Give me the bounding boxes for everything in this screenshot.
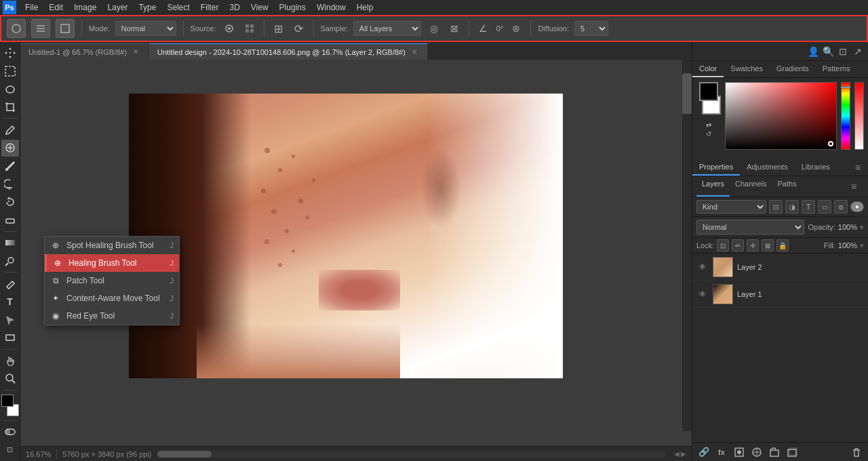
eyedropper-tool[interactable] [1,121,19,138]
source-pattern-btn[interactable] [242,21,257,36]
tab-gradients[interactable]: Gradients [770,61,816,77]
panel-user-icon[interactable]: 👤 [806,44,821,59]
menu-select[interactable]: Select [162,1,194,14]
dodge-tool[interactable] [1,253,19,270]
align-btn[interactable]: ⟳ [292,21,307,36]
menu-3d[interactable]: 3D [224,1,244,14]
menu-type[interactable]: Type [134,1,161,14]
color-gradient-picker[interactable] [725,82,837,150]
tab-active[interactable]: Untitled design - 2024-10-28T100148.606.… [149,43,428,60]
layer-item-2[interactable]: 👁 Layer 2 [692,254,868,281]
menu-file[interactable]: File [20,1,43,14]
tab-color[interactable]: Color [692,61,724,77]
scroll-thumb-h[interactable] [157,451,212,458]
canvas-scroll-thumb-v[interactable] [682,73,692,114]
layers-tab-paths[interactable]: Paths [772,176,802,197]
canvas-scrollbar-vertical[interactable] [682,60,692,431]
eraser-tool[interactable] [1,212,19,228]
tab-libraries[interactable]: Libraries [795,159,837,176]
text-tool[interactable]: T [1,294,19,310]
healing-tool[interactable] [1,140,19,157]
hue-slider[interactable] [841,82,850,150]
context-menu-item-red-eye[interactable]: ◉ Red Eye Tool J [45,307,179,325]
layers-tab-layers[interactable]: Layers [696,176,730,197]
nav-arrows[interactable]: ◀▶ [674,450,686,458]
brush-tool[interactable] [1,158,19,175]
lasso-tool[interactable] [1,81,19,98]
context-menu-item-healing-brush[interactable]: ⊕ Healing Brush Tool J [45,254,179,272]
tab-untitled-1[interactable]: Untitled-1 @ 66.7% (RGB/8#) ✕ [20,43,149,60]
add-mask-btn[interactable] [732,445,747,460]
brush-preset-picker[interactable] [7,19,26,38]
add-group-btn[interactable] [767,445,782,460]
menu-plugins[interactable]: Plugins [275,1,311,14]
foreground-color-swatch[interactable] [1,395,14,407]
filter-pixel-btn[interactable]: ⊡ [769,200,783,214]
fill-value[interactable]: 100% [838,241,857,249]
source-sampled-btn[interactable] [222,21,237,36]
tab-close-2[interactable]: ✕ [410,47,419,57]
fx-btn[interactable]: fx [714,445,729,460]
blend-mode-select[interactable]: Normal [696,220,804,235]
menu-image[interactable]: Image [69,1,101,14]
move-tool[interactable] [1,45,19,62]
path-selection-tool[interactable] [1,311,19,328]
brush-settings-btn[interactable] [31,19,50,38]
zoom-tool[interactable] [1,370,19,387]
menu-window[interactable]: Window [312,1,351,14]
lock-pixels-btn[interactable]: ✏ [732,239,744,252]
marquee-tool[interactable] [1,63,19,80]
foreground-color-picker[interactable] [699,82,718,101]
menu-edit[interactable]: Edit [44,1,68,14]
align-left-btn[interactable]: ⊞ [271,21,286,36]
mode-select[interactable]: Normal [115,21,176,36]
lock-position-btn[interactable]: ✛ [747,239,759,252]
tab-swatches[interactable]: Swatches [724,61,770,77]
sample-select[interactable]: All Layers [353,21,421,36]
layer-2-visibility[interactable]: 👁 [696,261,709,273]
add-adjustment-btn[interactable] [749,445,764,460]
quick-mask-btn[interactable] [1,424,19,441]
panel-screen-icon[interactable]: ⊡ [835,44,850,59]
delete-layer-btn[interactable] [849,445,864,460]
link-layers-btn[interactable]: 🔗 [696,445,711,460]
menu-view[interactable]: View [246,1,273,14]
layer-item-1[interactable]: 👁 Layer 1 [692,281,868,308]
hand-tool[interactable] [1,353,19,369]
opacity-dropdown-icon[interactable]: ▾ [860,223,864,232]
layer-1-visibility[interactable]: 👁 [696,288,709,300]
pen-tool[interactable] [1,275,19,292]
opacity-value[interactable]: 100% [838,223,857,231]
menu-layer[interactable]: Layer [102,1,132,14]
panel-share-icon[interactable]: ↗ [850,44,865,59]
screen-mode-btn[interactable]: ⊡ [1,441,19,458]
crop-tool[interactable] [1,99,19,116]
swap-colors-btn[interactable]: ⇄ [706,121,711,129]
context-menu-item-content-aware[interactable]: ✦ Content-Aware Move Tool J [45,289,179,307]
brush-toggle-btn[interactable] [56,19,75,38]
layers-tab-channels[interactable]: Channels [730,176,772,197]
tab-close-1[interactable]: ✕ [131,47,140,57]
sample-all-layers-btn[interactable]: ◎ [427,21,441,36]
filter-adjustment-btn[interactable]: ◑ [785,200,799,214]
filter-smartobject-btn[interactable]: ⊚ [834,200,848,214]
filter-shape-btn[interactable]: ▭ [818,200,831,214]
add-layer-btn[interactable] [785,445,800,460]
history-tool[interactable] [1,194,19,211]
layers-panel-menu[interactable]: ≡ [846,179,861,194]
tab-adjustments[interactable]: Adjustments [740,159,795,176]
menu-filter[interactable]: Filter [196,1,224,14]
panel-search-icon[interactable]: 🔍 [821,44,835,59]
reset-colors-btn[interactable]: ↺ [706,130,711,138]
tab-properties[interactable]: Properties [692,159,740,176]
panel-menu-btn[interactable]: ≡ [850,160,865,175]
fill-dropdown-icon[interactable]: ▾ [860,241,864,250]
pressure-btn[interactable]: ⊛ [509,21,524,36]
filter-toggle-btn[interactable]: ● [850,201,864,212]
filter-type-btn[interactable]: T [802,200,815,214]
lock-transparent-btn[interactable]: ⊡ [717,239,729,252]
stamp-tool[interactable] [1,176,19,193]
lock-all-btn[interactable]: 🔒 [776,239,789,252]
layer-kind-filter[interactable]: Kind [696,200,766,214]
ignore-adjustment-btn[interactable]: ⊠ [447,21,462,36]
